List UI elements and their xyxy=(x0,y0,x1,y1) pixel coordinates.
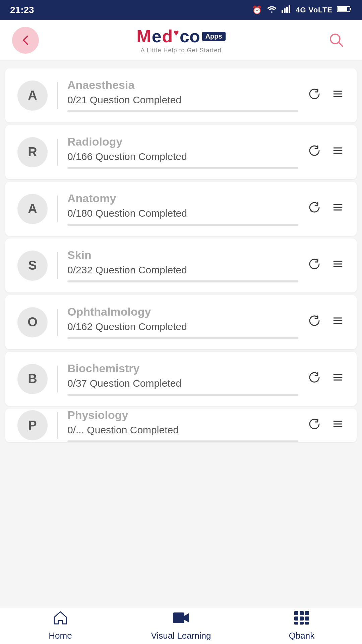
signal-icon xyxy=(282,5,291,15)
subject-actions xyxy=(308,371,345,387)
subject-actions xyxy=(308,314,345,330)
subject-card-biochemistry[interactable]: B Biochemistry 0/37 Question Completed xyxy=(5,352,357,406)
progress-bar-bg xyxy=(67,167,298,169)
subject-progress: 0/232 Question Completed xyxy=(67,264,298,276)
subject-card-radiology[interactable]: R Radiology 0/166 Question Completed xyxy=(5,125,357,179)
subject-divider xyxy=(57,139,58,166)
subject-divider xyxy=(57,366,58,392)
battery-icon xyxy=(337,5,352,15)
refresh-icon[interactable] xyxy=(308,144,321,160)
subject-name: Physiology xyxy=(67,409,298,422)
svg-rect-6 xyxy=(338,7,347,11)
subject-progress: 0/180 Question Completed xyxy=(67,208,298,219)
svg-rect-13 xyxy=(300,616,304,621)
subject-name: Radiology xyxy=(67,135,298,148)
svg-rect-3 xyxy=(289,5,290,13)
subject-divider xyxy=(57,196,58,222)
subject-card-skin[interactable]: S Skin 0/232 Question Completed xyxy=(5,238,357,292)
subject-avatar: S xyxy=(17,251,48,281)
svg-rect-5 xyxy=(350,8,351,10)
search-button[interactable] xyxy=(323,27,350,54)
logo: M e d ♥ co Apps A Little Help to Get Sta… xyxy=(136,26,225,54)
subject-progress: 0/21 Question Completed xyxy=(67,94,298,106)
alarm-icon: ⏰ xyxy=(252,5,262,15)
subject-progress: 0/162 Question Completed xyxy=(67,321,298,332)
menu-icon[interactable] xyxy=(331,371,345,387)
subject-name: Ophthalmology xyxy=(67,305,298,318)
menu-icon[interactable] xyxy=(331,87,345,104)
nav-qbank[interactable]: Qbank xyxy=(241,607,362,644)
logo-co: co xyxy=(180,26,200,46)
subject-info: Physiology 0/... Question Completed xyxy=(67,409,298,442)
svg-rect-12 xyxy=(294,616,298,621)
subject-progress: 0/37 Question Completed xyxy=(67,378,298,389)
progress-bar-bg xyxy=(67,337,298,339)
progress-bar-bg xyxy=(67,110,298,112)
subject-actions xyxy=(308,417,345,434)
nav-home-label: Home xyxy=(49,631,72,641)
subject-card-anaesthesia[interactable]: A Anaesthesia 0/21 Question Completed xyxy=(5,68,357,122)
logo-text: M e d ♥ co Apps xyxy=(136,26,225,46)
subject-card-ophthalmology[interactable]: O Ophthalmology 0/162 Question Completed xyxy=(5,295,357,349)
nav-visual-learning[interactable]: Visual Learning xyxy=(121,607,241,644)
header: M e d ♥ co Apps A Little Help to Get Sta… xyxy=(0,20,362,60)
subject-info: Anaesthesia 0/21 Question Completed xyxy=(67,78,298,112)
subject-avatar: P xyxy=(17,410,48,440)
svg-rect-11 xyxy=(305,611,309,615)
menu-icon[interactable] xyxy=(331,257,345,274)
home-icon xyxy=(53,610,68,629)
progress-bar-bg xyxy=(67,394,298,396)
subject-info: Skin 0/232 Question Completed xyxy=(67,249,298,282)
subject-avatar: B xyxy=(17,364,48,394)
status-bar: 21:23 ⏰ 4G VoLTE xyxy=(0,0,362,20)
subject-name: Anatomy xyxy=(67,192,298,205)
logo-med: M xyxy=(136,26,151,46)
logo-subtitle: A Little Help to Get Started xyxy=(140,47,221,54)
subject-name: Skin xyxy=(67,249,298,262)
progress-bar-bg xyxy=(67,280,298,282)
subject-divider xyxy=(57,309,58,336)
refresh-icon[interactable] xyxy=(308,371,321,387)
subject-list: A Anaesthesia 0/21 Question Completed xyxy=(0,60,362,607)
svg-rect-10 xyxy=(300,611,304,615)
subject-avatar: A xyxy=(17,80,48,111)
subject-info: Radiology 0/166 Question Completed xyxy=(67,135,298,169)
menu-icon[interactable] xyxy=(331,201,345,217)
status-icons: ⏰ 4G VoLTE xyxy=(252,5,352,15)
menu-icon[interactable] xyxy=(331,417,345,434)
subject-name: Biochemistry xyxy=(67,362,298,375)
logo-apps-badge: Apps xyxy=(202,32,226,41)
subject-card-anatomy[interactable]: A Anatomy 0/180 Question Completed xyxy=(5,182,357,236)
subject-actions xyxy=(308,201,345,217)
svg-rect-8 xyxy=(173,612,184,623)
back-button[interactable] xyxy=(12,27,39,54)
subject-divider xyxy=(57,252,58,279)
progress-bar-bg xyxy=(67,440,298,442)
subject-name: Anaesthesia xyxy=(67,78,298,92)
refresh-icon[interactable] xyxy=(308,257,321,274)
subject-avatar: A xyxy=(17,194,48,224)
subject-info: Anatomy 0/180 Question Completed xyxy=(67,192,298,226)
subject-divider xyxy=(57,82,58,109)
logo-e: e xyxy=(152,26,162,46)
bottom-nav: Home Visual Learning Qbank xyxy=(0,607,362,644)
subject-info: Ophthalmology 0/162 Question Completed xyxy=(67,305,298,339)
nav-home[interactable]: Home xyxy=(0,607,121,644)
network-label: 4G VoLTE xyxy=(296,6,333,14)
grid-icon xyxy=(294,610,310,629)
menu-icon[interactable] xyxy=(331,144,345,160)
subject-card-physiology[interactable]: P Physiology 0/... Question Completed xyxy=(5,409,357,442)
svg-rect-1 xyxy=(284,8,286,13)
refresh-icon[interactable] xyxy=(308,417,321,434)
refresh-icon[interactable] xyxy=(308,314,321,330)
svg-rect-16 xyxy=(300,622,304,625)
subject-actions xyxy=(308,87,345,104)
refresh-icon[interactable] xyxy=(308,87,321,104)
nav-qbank-label: Qbank xyxy=(289,631,315,641)
subject-actions xyxy=(308,144,345,160)
refresh-icon[interactable] xyxy=(308,201,321,217)
menu-icon[interactable] xyxy=(331,314,345,330)
subject-avatar: O xyxy=(17,307,48,337)
svg-rect-2 xyxy=(286,7,288,13)
subject-progress: 0/166 Question Completed xyxy=(67,151,298,162)
